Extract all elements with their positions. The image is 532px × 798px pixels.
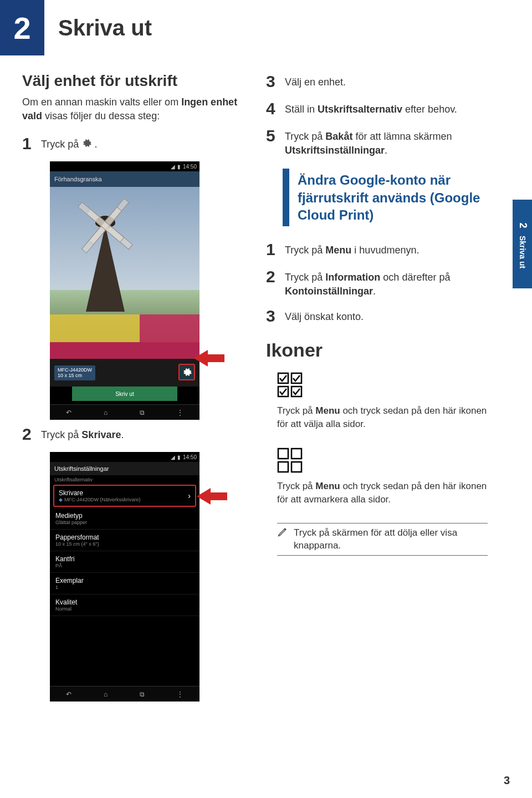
brand-diamond-icon: ◆ [59, 497, 63, 502]
step-text: Tryck på Bakåt för att lämna skärmen Uts… [285, 126, 521, 157]
step-text: Tryck på Skrivare. [41, 425, 124, 442]
preview-image [50, 187, 200, 359]
r-step2-prefix: Tryck på [285, 272, 325, 283]
status-time: 14:50 [183, 454, 197, 460]
r-step2-bold: Information [325, 272, 380, 283]
step5-mid: för att lämna skärmen [352, 131, 452, 142]
left-column: Välj enhet för utskrift Om en annan mask… [22, 72, 249, 702]
r-step1-suffix: i huvudmenyn. [351, 245, 419, 256]
setting-label: Skrivare [59, 489, 141, 497]
right-step-3: 3 Välj en enhet. [266, 72, 521, 91]
step-number: 3 [266, 72, 285, 91]
red-arrow-callout [197, 485, 227, 509]
right-step-5: 5 Tryck på Bakåt för att lämna skärmen U… [266, 126, 521, 157]
setting-label: Medietyp [55, 512, 194, 520]
back-icon[interactable]: ↶ [66, 690, 71, 698]
r-step1-bold: Menu [325, 245, 351, 256]
step4-prefix: Ställ in [285, 104, 318, 115]
step-number: 3 [266, 307, 285, 326]
recent-icon[interactable]: ⧉ [140, 409, 145, 416]
status-bar: ◢ ▮ 14:50 [50, 161, 200, 171]
step-number: 2 [266, 267, 285, 286]
step2-bold: Skrivare [81, 429, 121, 440]
step-number: 2 [22, 425, 41, 444]
section-heading-left: Välj enhet för utskrift [22, 72, 249, 90]
setting-value: PÅ [55, 563, 194, 568]
print-bar: MFC-J4420DW 10 x 15 cm [50, 359, 200, 387]
nav-bar: ↶ ⌂ ⧉ ⋮ [50, 686, 200, 702]
chevron-right-icon: › [188, 491, 191, 500]
setting-row-kvalitet[interactable]: Kvalitet Normal [50, 594, 200, 616]
step2-suffix: . [121, 429, 124, 440]
recent-icon[interactable]: ⧉ [140, 690, 145, 698]
setting-row-pappersformat[interactable]: Pappersformat 10 x 15 cm (4" x 6") [50, 530, 200, 551]
step2-prefix: Tryck på [41, 429, 81, 440]
ikoner-heading: Ikoner [266, 339, 521, 361]
blue-callout-heading: Ändra Google-konto när fjärrutskrift anv… [283, 169, 521, 226]
action-bar: Förhandsgranska [50, 171, 200, 187]
r-step2-suffix: . [373, 286, 376, 297]
setting-value: 1 [55, 584, 194, 590]
status-time: 14:50 [183, 164, 197, 170]
note-text: Tryck på skärmen för att dölja eller vis… [294, 526, 488, 553]
tulip-band-1 [50, 314, 200, 342]
note-divider [277, 555, 488, 556]
step-number: 5 [266, 126, 285, 145]
svg-rect-7 [291, 449, 301, 459]
settings-gear-highlighted[interactable] [178, 364, 195, 380]
actionbar-title: Förhandsgranska [54, 176, 102, 182]
setting-label: Exemplar [55, 577, 194, 584]
settings-header: Utskriftsinställningar [50, 462, 200, 475]
icon1-prefix: Tryck på [277, 405, 315, 416]
right-step-2: 2 Tryck på Information och därefter på K… [266, 267, 521, 298]
right-step-1: 1 Tryck på Menu i huvudmenyn. [266, 240, 521, 259]
setting-label: Kvalitet [55, 598, 194, 606]
section-intro: Om en annan maskin valts eller om Ingen … [22, 95, 249, 123]
svg-marker-1 [197, 488, 227, 505]
setting-row-exemplar[interactable]: Exemplar 1 [50, 573, 200, 594]
print-button[interactable]: Skriv ut [72, 387, 177, 401]
step5-bold2: Utskriftsinställningar [285, 145, 385, 156]
right-step-3b: 3 Välj önskat konto. [266, 307, 521, 326]
step5-suffix: . [385, 145, 387, 156]
setting-label: Pappersformat [55, 533, 194, 541]
icon-description: Tryck på Menu och tryck sedan på den här… [277, 404, 488, 431]
setting-row-kantfri[interactable]: Kantfri PÅ [50, 551, 200, 573]
step-text: Tryck på Menu i huvudmenyn. [285, 240, 419, 257]
svg-rect-3 [291, 373, 301, 383]
printer-model: MFC-J4420DW [58, 367, 92, 373]
setting-value: 10 x 15 cm (4" x 6") [55, 541, 194, 547]
menu-icon[interactable]: ⋮ [177, 690, 183, 698]
printer-value: MFC-J4420DW (Nätverksskrivare) [64, 497, 141, 502]
step-text: Tryck på . [41, 134, 97, 152]
step-text: Välj en enhet. [285, 72, 346, 89]
svg-rect-2 [278, 373, 288, 383]
pencil-icon [277, 526, 288, 541]
svg-marker-0 [194, 350, 224, 367]
page-number: 3 [504, 774, 510, 787]
setting-row-medietyp[interactable]: Medietyp Glättat papper [50, 508, 200, 530]
icon1-bold: Menu [315, 405, 340, 416]
r-step1-prefix: Tryck på [285, 245, 325, 256]
home-icon[interactable]: ⌂ [104, 690, 108, 698]
step4-bold: Utskriftsalternativ [318, 104, 402, 115]
side-tab-label: Skriva ut [518, 236, 527, 268]
setting-value: ◆ MFC-J4420DW (Nätverksskrivare) [59, 497, 141, 502]
setting-row-skrivare-highlighted[interactable]: Skrivare ◆ MFC-J4420DW (Nätverksskrivare… [53, 485, 196, 507]
step5-prefix: Tryck på [285, 131, 325, 142]
printer-info-box: MFC-J4420DW 10 x 15 cm [54, 365, 95, 381]
chapter-header: 2 Skriva ut [0, 0, 532, 55]
icon2-prefix: Tryck på [277, 481, 315, 491]
setting-value: Glättat papper [55, 520, 194, 525]
svg-rect-4 [278, 387, 288, 397]
step4-suffix: efter behov. [402, 104, 457, 115]
phone-screenshot-settings: ◢ ▮ 14:50 Utskriftsinställningar Utskrif… [50, 452, 200, 702]
back-icon[interactable]: ↶ [66, 409, 71, 416]
r-step2-mid: och därefter på [380, 272, 450, 283]
paper-size: 10 x 15 cm [58, 373, 92, 379]
battery-icon: ▮ [177, 164, 181, 170]
svg-rect-6 [278, 449, 288, 459]
deselect-all-icon [277, 448, 303, 475]
menu-icon[interactable]: ⋮ [177, 409, 183, 416]
home-icon[interactable]: ⌂ [104, 409, 108, 416]
